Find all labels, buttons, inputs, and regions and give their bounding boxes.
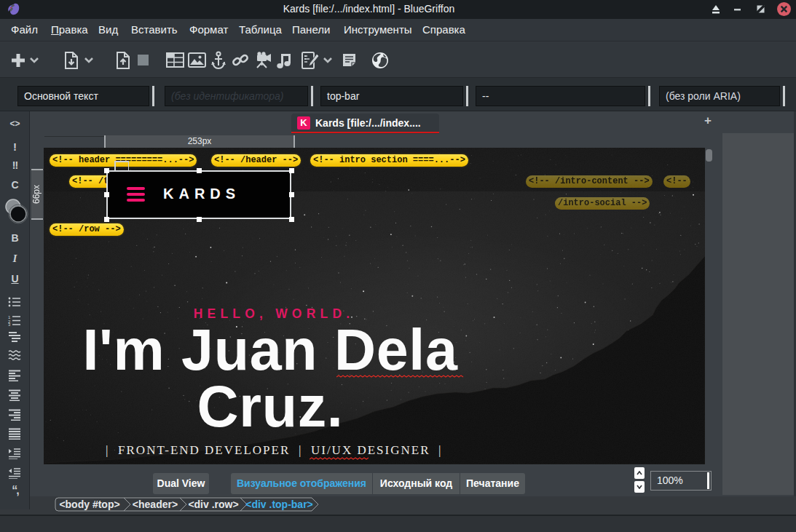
svg-text:3: 3 [8, 322, 11, 326]
svg-text:<div .row>: <div .row> [188, 499, 238, 510]
svg-text:<div .top-bar>: <div .top-bar> [245, 499, 313, 510]
svg-text:<header>: <header> [133, 499, 178, 510]
svg-text:<body #top>: <body #top> [59, 499, 119, 510]
